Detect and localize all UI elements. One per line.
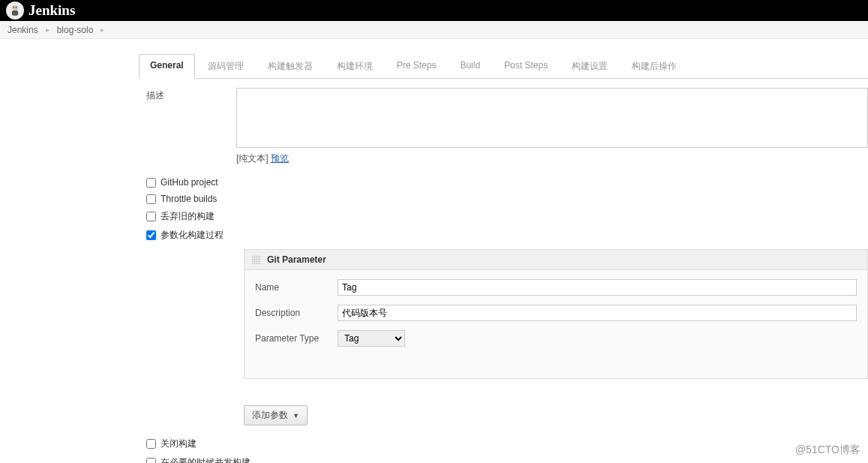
checkbox-label: 丢弃旧的构建 xyxy=(161,210,215,223)
topbar: Jenkins xyxy=(0,0,868,21)
drag-handle-icon[interactable] xyxy=(252,255,261,264)
svg-point-2 xyxy=(14,7,15,8)
param-name-label: Name xyxy=(255,282,338,293)
check-concurrent[interactable]: 在必要的时候并发构建 xyxy=(146,453,868,463)
tab-build-env[interactable]: 构建环境 xyxy=(326,54,384,78)
preview-link[interactable]: 预览 xyxy=(271,153,289,164)
checkbox-disable[interactable] xyxy=(146,439,156,449)
tab-general[interactable]: General xyxy=(139,54,195,79)
param-type-label: Parameter Type xyxy=(255,333,338,344)
checkbox-discard[interactable] xyxy=(146,212,156,221)
caret-down-icon: ▼ xyxy=(293,412,299,419)
description-label: 描述 xyxy=(146,88,236,165)
tab-build[interactable]: Build xyxy=(449,54,491,78)
chevron-right-icon: ▸ xyxy=(46,26,50,34)
plain-text-hint: [纯文本] xyxy=(236,153,269,164)
param-desc-input[interactable] xyxy=(338,305,857,321)
tab-post-steps[interactable]: Post Steps xyxy=(493,54,559,78)
git-parameter-panel: Git Parameter Name Description Parameter… xyxy=(244,249,868,379)
add-parameter-label: 添加参数 xyxy=(252,409,288,422)
checkbox-label: 关闭构建 xyxy=(161,437,197,450)
breadcrumb-root[interactable]: Jenkins xyxy=(8,25,38,35)
param-type-select[interactable]: Tag xyxy=(338,330,405,347)
tab-build-settings[interactable]: 构建设置 xyxy=(560,54,619,78)
check-disable-build[interactable]: 关闭构建 xyxy=(146,434,868,453)
svg-point-0 xyxy=(12,5,18,11)
topbar-title[interactable]: Jenkins xyxy=(29,2,75,19)
check-github-project[interactable]: GitHub project xyxy=(146,174,868,191)
git-parameter-header: Git Parameter xyxy=(245,250,867,270)
description-hint: [纯文本] 预览 xyxy=(236,152,868,165)
checkbox-concurrent[interactable] xyxy=(146,458,156,463)
param-desc-label: Description xyxy=(255,308,338,318)
svg-rect-1 xyxy=(12,11,18,16)
check-discard-old[interactable]: 丢弃旧的构建 xyxy=(146,207,868,226)
jenkins-logo-icon[interactable] xyxy=(6,2,24,20)
check-throttle-builds[interactable]: Throttle builds xyxy=(146,191,868,207)
tab-pre-steps[interactable]: Pre Steps xyxy=(386,54,448,78)
checkbox-throttle[interactable] xyxy=(146,194,156,204)
chevron-right-icon: ▸ xyxy=(101,26,104,34)
checkbox-label: GitHub project xyxy=(161,177,218,188)
description-textarea[interactable] xyxy=(236,88,868,148)
tab-post-build[interactable]: 构建后操作 xyxy=(620,54,688,78)
breadcrumb-project[interactable]: blog-solo xyxy=(57,25,94,35)
checkbox-label: 参数化构建过程 xyxy=(161,229,224,242)
tab-scm[interactable]: 源码管理 xyxy=(197,54,255,78)
add-parameter-button[interactable]: 添加参数 ▼ xyxy=(244,405,308,425)
config-tabs: General 源码管理 构建触发器 构建环境 Pre Steps Build … xyxy=(139,54,868,79)
checkbox-github[interactable] xyxy=(146,178,156,188)
general-section: 描述 [纯文本] 预览 GitHub project Throttle buil… xyxy=(139,79,868,463)
check-parameterized[interactable]: 参数化构建过程 xyxy=(146,226,868,245)
watermark: @51CTO博客 xyxy=(795,443,860,457)
checkbox-label: Throttle builds xyxy=(161,194,217,204)
breadcrumb: Jenkins ▸ blog-solo ▸ xyxy=(0,21,868,39)
param-name-input[interactable] xyxy=(338,279,857,296)
git-parameter-title: Git Parameter xyxy=(267,254,326,265)
checkbox-label: 在必要的时候并发构建 xyxy=(161,456,251,463)
tab-triggers[interactable]: 构建触发器 xyxy=(257,54,324,78)
config-content: General 源码管理 构建触发器 构建环境 Pre Steps Build … xyxy=(0,39,868,463)
checkbox-parameterized[interactable] xyxy=(146,230,156,240)
svg-point-3 xyxy=(16,7,17,8)
